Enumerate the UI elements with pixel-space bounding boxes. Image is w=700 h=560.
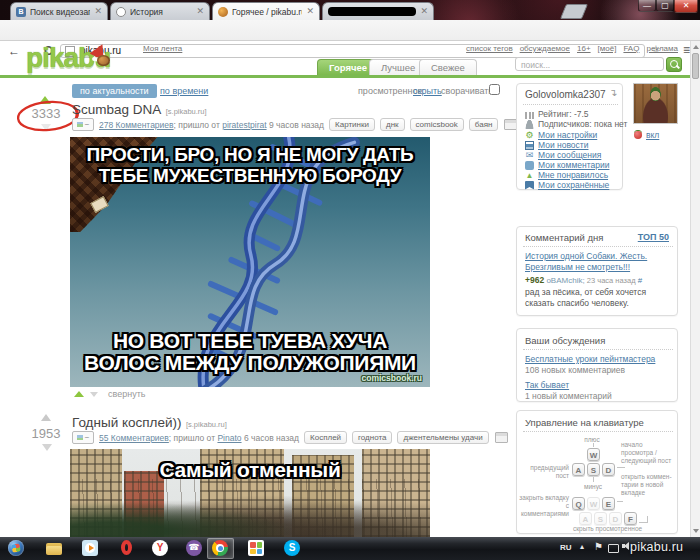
tab-close-icon[interactable]: ✕ [196, 7, 204, 16]
key-s-faded: S [594, 512, 607, 525]
scroll-down-arrow[interactable] [693, 529, 699, 533]
window-minimize-button[interactable]: — [638, 0, 656, 12]
search-button[interactable] [666, 57, 682, 72]
menu-item-messages[interactable]: ✉ Мои сообщения [525, 150, 601, 160]
tab-close-icon[interactable]: ✕ [306, 7, 314, 16]
username[interactable]: Golovolomka2307 [525, 89, 606, 100]
bookmark-icon [525, 181, 534, 190]
viber-icon[interactable]: ☎ [186, 540, 202, 556]
hide-viewed-label: скрыть просмотренное [573, 525, 677, 533]
hide-viewed-link[interactable]: скрыть [413, 86, 442, 96]
logout-icon[interactable]: ↴ [609, 87, 617, 98]
image-watermark: comicsbook.ru [362, 373, 422, 383]
yandex-browser-icon[interactable]: Y [152, 540, 168, 556]
menu-item-settings[interactable]: ⚙ Мои настройки [525, 130, 597, 140]
back-icon[interactable]: ← [8, 44, 20, 58]
post2-tag[interactable]: Косплей [304, 431, 347, 444]
opera-icon[interactable] [118, 540, 134, 556]
skype-icon[interactable]: S [284, 540, 300, 556]
action-center-flag-icon[interactable]: ⚑ [594, 541, 603, 552]
post2-downvote-arrow[interactable] [42, 444, 52, 451]
discussion-link[interactable]: Бесплатные уроки пейнтмастера [525, 354, 655, 364]
post1-from-label: ; пришло от [174, 120, 220, 130]
sort-by-time-link[interactable]: по времени [160, 86, 208, 96]
top-link-ads[interactable]: реклама [646, 44, 678, 53]
post1-tag[interactable]: днк [380, 118, 405, 131]
post2-upvote-arrow[interactable] [41, 414, 51, 421]
scrollbar-thumb[interactable] [692, 53, 699, 79]
collapse-image-button[interactable]: − [72, 118, 94, 131]
tab-close-icon[interactable]: ✕ [420, 7, 428, 16]
discussion-link[interactable]: Так бывает [525, 380, 569, 390]
key-e: E [602, 497, 615, 510]
header-links: список тегов обсуждаемое 16+ [моё] FAQ р… [466, 44, 678, 53]
post1-tag[interactable]: баян [469, 118, 499, 131]
site-tab-fresh[interactable]: Свежее [419, 59, 477, 75]
tab-close-icon[interactable]: ✕ [94, 7, 102, 16]
menu-item-news[interactable]: Мои новости [525, 140, 588, 150]
search-input[interactable]: поиск... [515, 57, 664, 71]
top-link-18[interactable]: 16+ [577, 44, 591, 53]
window-maximize-button[interactable]: ▢ [656, 0, 674, 12]
collapse-checkbox[interactable] [489, 84, 500, 95]
post1-title[interactable]: Scumbag DNA [72, 102, 161, 117]
connector [593, 443, 594, 447]
post1-footer-downvote[interactable] [90, 392, 98, 397]
post1-author-link[interactable]: piratestpirat [222, 120, 266, 130]
sort-by-relevance-button[interactable]: по актуальности [72, 84, 157, 98]
divider [523, 431, 673, 432]
volume-icon[interactable] [622, 542, 630, 550]
post2-title[interactable]: Годный косплей)) [72, 415, 182, 430]
post1-tag[interactable]: comicsbook [410, 118, 464, 131]
post2-tag[interactable]: годнота [352, 431, 392, 444]
browser-tab-1[interactable]: B Поиск видеозаписей по ✕ [10, 2, 108, 20]
media-player-icon[interactable] [82, 540, 98, 556]
post2-image[interactable]: Самый отменный [70, 449, 430, 537]
tab-title: Поиск видеозаписей по [30, 7, 90, 17]
post2-domain: [s.pikabu.ru] [186, 420, 227, 429]
key-d: D [602, 463, 615, 476]
nsfw-toggle-link[interactable]: вкл [646, 130, 659, 140]
language-indicator[interactable]: RU [560, 543, 572, 552]
window-close-button[interactable]: ✕ [674, 0, 698, 13]
user-avatar[interactable] [633, 83, 678, 124]
top50-link[interactable]: ТОП 50 [638, 232, 669, 242]
top-link-tags[interactable]: список тегов [466, 44, 513, 53]
network-icon[interactable] [608, 544, 619, 555]
scroll-up-arrow[interactable] [693, 45, 699, 49]
post1-comments-link[interactable]: 278 Комментариев [99, 120, 174, 130]
menu-item-saved[interactable]: Мои сохранённые [525, 180, 609, 190]
my-feed-link[interactable]: Моя лента [143, 44, 182, 53]
page-scrollbar[interactable] [690, 41, 700, 537]
post2-author-link[interactable]: Pinato [217, 433, 241, 443]
menu-item-comments[interactable]: Мои комментарии [525, 160, 609, 170]
collapse-image-button[interactable]: − [72, 431, 94, 444]
plus-label: плюс [575, 436, 609, 444]
save-post-icon[interactable] [495, 432, 508, 443]
browser-tab-active[interactable]: Горячее / pikabu.ru - Все ✕ [212, 2, 320, 20]
post2-comments-link[interactable]: 55 Комментариев [99, 433, 169, 443]
chrome-icon[interactable] [212, 540, 228, 556]
top-link-faq[interactable]: FAQ [623, 44, 639, 53]
show-hidden-icons-arrow[interactable]: ▴ [580, 542, 584, 551]
post2-tag[interactable]: джентельмены удачи [397, 431, 488, 444]
app-grid-icon[interactable] [248, 540, 264, 556]
top-link-mine[interactable]: [моё] [598, 44, 617, 53]
browser-menu-icon[interactable]: ≡ [683, 43, 690, 57]
post1-tag[interactable]: Картинки [329, 118, 375, 131]
explorer-icon[interactable] [46, 540, 62, 556]
browser-tab-censored[interactable]: ✕ [322, 2, 434, 20]
top-link-discussed[interactable]: обсуждаемое [520, 44, 570, 53]
post1-footer-upvote[interactable] [74, 391, 84, 397]
strawberry-icon [634, 131, 642, 139]
new-tab-button[interactable] [560, 4, 588, 19]
tab-title: История [130, 7, 192, 17]
comment-author-link[interactable]: oBAMchik; [546, 276, 584, 285]
browser-tab-2[interactable]: История ✕ [110, 2, 210, 20]
start-button[interactable] [8, 540, 24, 556]
post1-collapse-link[interactable]: свернуть [108, 389, 145, 399]
comment-anchor-link[interactable]: # [638, 276, 642, 285]
menu-item-liked[interactable]: ▲ Мне понравилось [525, 170, 608, 180]
comment-day-post-link[interactable]: История одной Собаки. Жесть. Брезгливым … [525, 251, 671, 272]
post1-image[interactable]: ПРОСТИ, БРО, НО Я НЕ МОГУ ДАТЬ ТЕБЕ МУЖЕ… [70, 137, 430, 387]
